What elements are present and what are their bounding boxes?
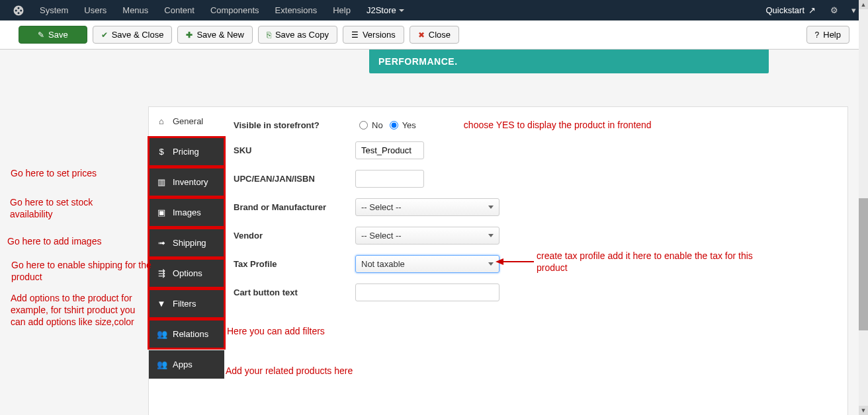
bars-icon: ▥ [157,177,166,187]
help-label: Help [823,30,841,40]
brand-value: -- Select -- [361,202,402,212]
plus-icon: ✚ [186,30,193,40]
close-button[interactable]: ✖ Close [410,26,459,44]
save-close-button[interactable]: ✔ Save & Close [93,26,173,44]
gear-icon[interactable]: ⚙ [824,0,845,20]
product-panel: ⌂ General $ Pricing ▥ Inventory ▣ Images… [148,106,848,415]
vendor-label: Vendor [234,231,355,241]
help-icon: ? [815,30,820,40]
tax-label: Tax Profile [234,259,355,269]
image-icon: ▣ [157,208,166,217]
joomla-logo-icon[interactable] [12,4,25,17]
tab-relations[interactable]: 👥 Relations [149,320,224,348]
annot-tax: create tax profile add it here to enable… [537,250,765,274]
visible-yes-radio[interactable] [390,121,398,130]
chevron-down-icon [488,206,494,209]
annot-images: Go here to add images [7,235,101,247]
filter-icon: ▼ [157,299,166,309]
nav-quickstart[interactable]: Quickstart ↗ [758,0,824,20]
stack-icon: ☰ [351,30,359,40]
versions-button[interactable]: ☰ Versions [343,26,404,44]
tab-images-label: Images [173,208,201,217]
users-icon: 👥 [157,329,166,339]
external-link-icon: ↗ [808,5,816,15]
vertical-tabs: ⌂ General $ Pricing ▥ Inventory ▣ Images… [149,107,224,415]
cart-input[interactable] [355,283,499,301]
chevron-down-icon [488,262,494,266]
vendor-select[interactable]: -- Select -- [355,227,499,245]
close-label: Close [429,30,451,40]
check-icon: ✔ [101,30,108,40]
vertical-scrollbar[interactable]: ▲ ▼ [859,0,868,415]
tab-filters-label: Filters [173,299,196,309]
tab-shipping-label: Shipping [173,238,206,248]
tax-select[interactable]: Not taxable [355,255,499,273]
top-navigation: System Users Menus Content Components Ex… [0,0,868,20]
visible-no-text: No [372,120,383,130]
save-button[interactable]: ✎ Save [19,26,87,44]
save-new-label: Save & New [196,30,244,40]
scroll-up-icon[interactable]: ▲ [859,0,868,9]
sitemap-icon: ⇶ [157,268,166,278]
nav-extensions[interactable]: Extensions [267,0,326,20]
performance-banner: PERFORMANCE. [369,50,769,73]
dollar-icon: $ [157,147,166,157]
scroll-thumb[interactable] [859,198,868,330]
tab-apps[interactable]: 👥 Apps [149,350,224,379]
annot-inventory: Go here to set stock availability [10,196,129,220]
tab-general[interactable]: ⌂ General [149,107,224,135]
quickstart-label: Quickstart [765,5,804,15]
tab-inventory[interactable]: ▥ Inventory [149,168,224,196]
versions-label: Versions [363,30,396,40]
vendor-value: -- Select -- [361,231,402,241]
tax-value: Not taxable [361,259,405,269]
visible-yes-text: Yes [402,120,416,130]
nav-j2store[interactable]: J2Store [359,0,412,20]
copy-icon: ⎘ [267,30,271,40]
tab-relations-label: Relations [173,329,208,339]
annot-filters: Here you can add filters [227,325,325,337]
cart-label: Cart button text [234,287,355,297]
sku-label: SKU [234,145,355,155]
tab-inventory-label: Inventory [173,177,208,187]
tab-images[interactable]: ▣ Images [149,198,224,227]
tab-apps-label: Apps [173,359,193,369]
nav-content[interactable]: Content [156,0,202,20]
annot-visible: choose YES to display the product in fro… [464,119,652,131]
visible-label: Visible in storefront? [234,120,355,130]
brand-select[interactable]: -- Select -- [355,198,499,216]
svg-marker-1 [496,258,503,265]
annot-shipping: Go here to enable shipping for the produ… [11,259,153,283]
main-content: PERFORMANCE. Go here to set prices Go he… [0,50,868,415]
row-brand: Brand or Manufacturer -- Select -- [234,198,838,216]
tab-options[interactable]: ⇶ Options [149,259,224,287]
annot-pricing: Go here to set prices [11,167,97,179]
nav-help[interactable]: Help [325,0,359,20]
tab-general-label: General [173,116,203,126]
help-button[interactable]: ? Help [806,26,849,44]
upc-label: UPC/EAN/JAN/ISBN [234,174,355,184]
nav-system[interactable]: System [32,0,76,20]
upc-input[interactable] [355,170,424,188]
save-copy-button[interactable]: ⎘ Save as Copy [258,26,337,44]
brand-label: Brand or Manufacturer [234,202,355,212]
tab-filters[interactable]: ▼ Filters [149,289,224,318]
row-vendor: Vendor -- Select -- [234,227,838,245]
general-form: Visible in storefront? No Yes choose YES… [224,107,847,415]
nav-menus[interactable]: Menus [114,0,156,20]
tab-shipping[interactable]: ➟ Shipping [149,229,224,257]
save-close-label: Save & Close [112,30,164,40]
nav-components[interactable]: Components [202,0,267,20]
visible-no-radio[interactable] [359,121,368,130]
tab-pricing[interactable]: $ Pricing [149,137,224,166]
chevron-down-icon [488,234,494,237]
scroll-down-icon[interactable]: ▼ [859,406,868,415]
row-cart: Cart button text [234,283,838,301]
nav-users[interactable]: Users [76,0,114,20]
sku-input[interactable] [355,141,424,159]
users-icon: 👥 [157,359,166,369]
annot-relations: Add your related products here [226,365,353,377]
save-new-button[interactable]: ✚ Save & New [177,26,253,44]
save-icon: ✎ [38,30,44,40]
row-sku: SKU [234,141,838,159]
